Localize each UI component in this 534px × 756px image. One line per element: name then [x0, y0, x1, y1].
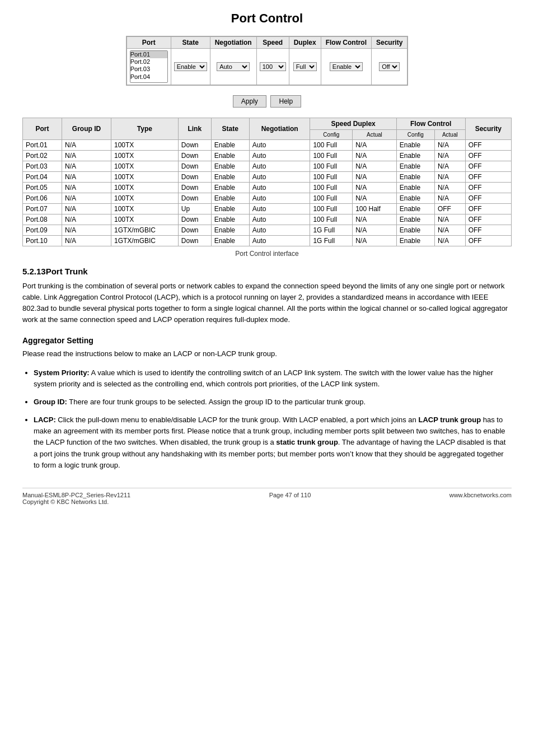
- table-cell: Port.10: [23, 236, 62, 246]
- duplex-select-cell: Full Half: [289, 49, 321, 85]
- port-status-table: Port Group ID Type Link State Negotiatio…: [22, 118, 512, 246]
- table-cell: Enable: [396, 140, 434, 151]
- state-select-cell: Enable Disable: [171, 49, 210, 85]
- table-cell: Enable: [211, 236, 249, 246]
- table-cell: Auto: [249, 172, 310, 183]
- table-cell: OFF: [465, 204, 511, 214]
- speed-select-cell: 10 100 1000: [256, 49, 289, 85]
- table-cell: N/A: [353, 214, 397, 225]
- th-group-id-col: Group ID: [62, 118, 111, 140]
- table-cell: Port.03: [23, 161, 62, 172]
- table-cell: N/A: [434, 214, 465, 225]
- bullet-group-id: Group ID: There are four trunk groups to…: [34, 396, 512, 408]
- table-cell: 100TX: [111, 161, 178, 172]
- table-cell: N/A: [434, 236, 465, 246]
- table-row: Port.09N/A1GTX/mGBICDownEnableAuto1G Ful…: [23, 225, 512, 236]
- help-button[interactable]: Help: [270, 95, 301, 108]
- table-cell: Auto: [249, 161, 310, 172]
- duplex-select[interactable]: Full Half: [293, 62, 317, 71]
- table-cell: Down: [178, 225, 211, 236]
- table-row: Port.01N/A100TXDownEnableAuto100 FullN/A…: [23, 140, 512, 151]
- section-5213-heading: 5.2.13Port Trunk: [22, 267, 512, 276]
- bullet-lacp-bold2: static trunk group: [276, 438, 338, 446]
- table-cell: 100TX: [111, 183, 178, 193]
- speed-select[interactable]: 10 100 1000: [260, 62, 286, 71]
- apply-help-row: Apply Help: [22, 95, 512, 108]
- security-select[interactable]: Off On: [379, 62, 400, 71]
- footer-left: Manual-ESML8P-PC2_Series-Rev1211 Copyrig…: [22, 492, 130, 505]
- table-cell: Port.09: [23, 225, 62, 236]
- table-cell: Auto: [249, 236, 310, 246]
- table-cell: N/A: [62, 214, 111, 225]
- table-cell: 100TX: [111, 140, 178, 151]
- table-cell: N/A: [62, 193, 111, 204]
- table-cell: Auto: [249, 151, 310, 161]
- table-row: Port.02N/A100TXDownEnableAuto100 FullN/A…: [23, 151, 512, 161]
- bullet-system-priority: System Priority: A value which is used t…: [34, 367, 512, 390]
- table-cell: Enable: [396, 193, 434, 204]
- th-security: Security: [371, 37, 407, 49]
- apply-button[interactable]: Apply: [233, 95, 266, 108]
- table-cell: 100TX: [111, 193, 178, 204]
- security-select-cell: Off On: [371, 49, 407, 85]
- table-cell: N/A: [434, 161, 465, 172]
- table-cell: N/A: [62, 151, 111, 161]
- table-cell: Down: [178, 140, 211, 151]
- port-select[interactable]: Port.01 Port.02 Port.03 Port.04: [130, 50, 168, 83]
- port-control-form: Port State Negotiation Speed Duplex Flow…: [126, 36, 409, 86]
- table-cell: N/A: [62, 161, 111, 172]
- table-cell: Down: [178, 183, 211, 193]
- table-cell: Enable: [211, 204, 249, 214]
- table-cell: Port.02: [23, 151, 62, 161]
- table-cell: Auto: [249, 214, 310, 225]
- table-row: Port.07N/A100TXUpEnableAuto100 Full100 H…: [23, 204, 512, 214]
- bullet-lacp-text: Click the pull-down menu to enable/disab…: [56, 416, 419, 424]
- table-cell: N/A: [353, 183, 397, 193]
- aggregator-heading: Aggregator Setting: [22, 336, 512, 345]
- table-cell: Down: [178, 172, 211, 183]
- table-cell: Enable: [396, 161, 434, 172]
- footer-right: www.kbcnetworks.com: [449, 492, 512, 505]
- state-select[interactable]: Enable Disable: [174, 62, 207, 71]
- table-cell: OFF: [465, 151, 511, 161]
- table-cell: N/A: [62, 140, 111, 151]
- table-cell: N/A: [62, 183, 111, 193]
- table-cell: Auto: [249, 193, 310, 204]
- table-cell: N/A: [353, 193, 397, 204]
- table-cell: 100TX: [111, 172, 178, 183]
- section-5213-body: Port trunking is the combination of seve…: [22, 281, 512, 326]
- table-cell: N/A: [434, 140, 465, 151]
- th-flow-actual: Actual: [434, 130, 465, 140]
- table-cell: OFF: [465, 140, 511, 151]
- table-cell: Down: [178, 236, 211, 246]
- page-title: Port Control: [22, 11, 512, 26]
- table-cell: Down: [178, 161, 211, 172]
- table-row: Port.03N/A100TXDownEnableAuto100 FullN/A…: [23, 161, 512, 172]
- table-cell: Enable: [211, 172, 249, 183]
- table-cell: 100TX: [111, 204, 178, 214]
- table-cell: OFF: [465, 193, 511, 204]
- table-cell: Auto: [249, 183, 310, 193]
- table-cell: N/A: [62, 225, 111, 236]
- table-cell: Enable: [211, 193, 249, 204]
- table-row: Port.10N/A1GTX/mGBICDownEnableAuto1G Ful…: [23, 236, 512, 246]
- table-cell: Up: [178, 204, 211, 214]
- bullet-system-priority-text: A value which is used to identify the co…: [34, 368, 493, 388]
- table-cell: Enable: [211, 183, 249, 193]
- table-cell: 100 Full: [310, 183, 353, 193]
- table-cell: 100TX: [111, 151, 178, 161]
- port-select-cell: Port.01 Port.02 Port.03 Port.04: [127, 49, 171, 85]
- table-cell: 1GTX/mGBIC: [111, 236, 178, 246]
- table-cell: Port.08: [23, 214, 62, 225]
- flow-control-select[interactable]: Enable Disable: [330, 62, 363, 71]
- negotiation-select-cell: Auto Manual: [210, 49, 256, 85]
- page-footer: Manual-ESML8P-PC2_Series-Rev1211 Copyrig…: [22, 488, 512, 505]
- table-row: Port.06N/A100TXDownEnableAuto100 FullN/A…: [23, 193, 512, 204]
- th-type-col: Type: [111, 118, 178, 140]
- table-cell: OFF: [465, 172, 511, 183]
- table-cell: 1G Full: [310, 236, 353, 246]
- negotiation-select[interactable]: Auto Manual: [217, 62, 250, 71]
- table-cell: OFF: [465, 225, 511, 236]
- table-cell: 100 Full: [310, 214, 353, 225]
- table-cell: Enable: [211, 225, 249, 236]
